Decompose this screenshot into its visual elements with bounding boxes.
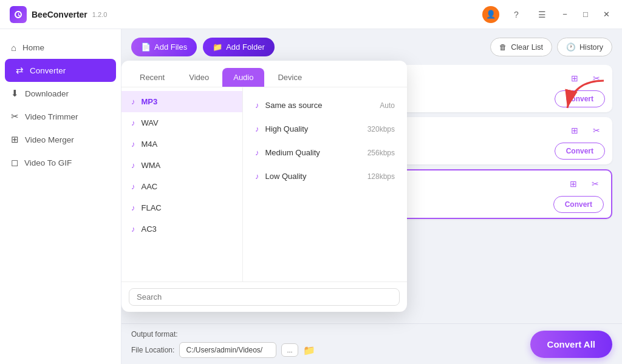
minimize-button[interactable]: − [559, 8, 571, 21]
music-icon: ♪ [255, 101, 259, 110]
content-area: 📄 Add Files 📁 Add Folder 🗑 Clear List 🕐 … [121, 29, 622, 364]
titlebar-left: BeeConverter 1.2.0 [10, 6, 107, 23]
search-input[interactable] [129, 288, 400, 306]
file-action-icons: ⊞ ✂ [566, 122, 605, 139]
format-item-m4a[interactable]: ♪ M4A [121, 133, 242, 155]
clear-list-button[interactable]: 🗑 Clear List [490, 38, 552, 56]
quality-bitrate: 128kbps [367, 172, 395, 181]
music-icon: ♪ [131, 182, 135, 191]
sidebar-item-video-trimmer[interactable]: ✂ Video Trimmer [0, 105, 121, 128]
format-label: M4A [142, 140, 158, 149]
toolbar: 📄 Add Files 📁 Add Folder 🗑 Clear List 🕐 … [121, 29, 622, 65]
settings-icon[interactable]: ⊞ [566, 70, 583, 87]
quality-label: High Quality [265, 124, 361, 133]
app-logo [10, 6, 27, 23]
format-list: ♪ MP3 ♪ WAV ♪ M4A ♪ WMA [121, 87, 243, 281]
quality-same[interactable]: ♪ Same as source Auto [243, 93, 407, 117]
menu-icon[interactable]: ☰ [533, 6, 550, 23]
quality-low[interactable]: ♪ Low Quality 128kbps [243, 164, 407, 188]
format-item-aac[interactable]: ♪ AAC [121, 176, 242, 197]
sidebar-item-video-merger[interactable]: ⊞ Video Merger [0, 128, 121, 151]
settings-icon[interactable]: ⊞ [566, 122, 583, 139]
sidebar-label-merger: Video Merger [25, 135, 74, 144]
home-icon: ⌂ [11, 42, 16, 53]
titlebar: BeeConverter 1.2.0 👤 ? ☰ − □ ✕ [0, 0, 622, 29]
format-item-mp3[interactable]: ♪ MP3 [121, 91, 242, 112]
file-location-row: File Location: ... 📁 [131, 342, 315, 358]
format-label: FLAC [142, 203, 162, 212]
add-folder-button[interactable]: 📁 Add Folder [203, 38, 275, 56]
file-location-label: File Location: [131, 346, 174, 354]
clear-list-label: Clear List [511, 43, 543, 52]
toolbar-right: 🗑 Clear List 🕐 History [490, 38, 612, 56]
music-icon: ♪ [131, 161, 135, 170]
quality-medium[interactable]: ♪ Medium Quality 256kbps [243, 141, 407, 164]
sidebar-label-downloader: Downloader [25, 89, 69, 98]
bottom-bar: Output format: File Location: ... 📁 Conv… [121, 323, 622, 364]
add-files-label: Add Files [154, 42, 187, 52]
format-item-flac[interactable]: ♪ FLAC [121, 197, 242, 218]
scissors-icon[interactable]: ✂ [587, 175, 604, 192]
titlebar-right: 👤 ? ☰ − □ ✕ [482, 6, 612, 23]
more-button[interactable]: ... [281, 343, 298, 357]
sidebar-label-gif: Video To GIF [24, 158, 72, 167]
format-label: AC3 [142, 224, 157, 234]
quality-high[interactable]: ♪ High Quality 320kbps [243, 117, 407, 141]
scissors-icon[interactable]: ✂ [588, 70, 605, 87]
sidebar-item-converter[interactable]: ⇄ Converter [5, 59, 116, 82]
history-button[interactable]: 🕐 History [557, 38, 612, 56]
maximize-button[interactable]: □ [579, 8, 592, 21]
convert-button[interactable]: Convert [555, 143, 605, 160]
add-files-button[interactable]: 📄 Add Files [131, 38, 197, 56]
output-format-label: Output format: [131, 330, 178, 339]
tab-device[interactable]: Device [267, 68, 313, 87]
toolbar-left: 📄 Add Files 📁 Add Folder [131, 38, 275, 56]
add-files-icon: 📄 [141, 42, 151, 52]
sidebar-label-converter: Converter [30, 66, 66, 75]
sidebar-item-downloader[interactable]: ⬇ Downloader [0, 82, 121, 105]
convert-all-button[interactable]: Convert All [530, 331, 612, 358]
format-label: MP3 [142, 97, 158, 106]
merger-icon: ⊞ [11, 134, 19, 145]
tab-recent[interactable]: Recent [129, 68, 176, 87]
folder-browse-button[interactable]: 📁 [303, 345, 315, 356]
file-path-input[interactable] [179, 342, 276, 358]
music-icon: ♪ [131, 118, 135, 127]
user-icon[interactable]: 👤 [482, 6, 499, 23]
app-version: 1.2.0 [92, 11, 107, 18]
settings-icon[interactable]: ⊞ [565, 175, 582, 192]
format-item-ac3[interactable]: ♪ AC3 [121, 218, 242, 240]
quality-label: Medium Quality [265, 148, 361, 157]
app-name: BeeConverter [32, 10, 87, 19]
format-item-wav[interactable]: ♪ WAV [121, 112, 242, 133]
tab-audio[interactable]: Audio [222, 68, 264, 87]
tab-video[interactable]: Video [178, 68, 220, 87]
close-button[interactable]: ✕ [600, 8, 612, 21]
scissors-icon[interactable]: ✂ [588, 122, 605, 139]
format-tabs: Recent Video Audio Device [121, 61, 407, 87]
format-label: AAC [142, 182, 158, 191]
file-actions: ⊞ ✂ Convert [555, 122, 605, 160]
sidebar: ⌂ Home ⇄ Converter ⬇ Downloader ✂ Video … [0, 29, 121, 364]
bottom-left: Output format: File Location: ... 📁 [131, 330, 315, 358]
help-icon[interactable]: ? [508, 6, 525, 23]
format-label: WMA [142, 161, 161, 170]
trash-icon: 🗑 [499, 43, 507, 52]
output-format-row: Output format: [131, 330, 315, 339]
convert-button[interactable]: Convert [555, 90, 605, 107]
music-icon: ♪ [131, 140, 135, 149]
format-item-wma[interactable]: ♪ WMA [121, 155, 242, 176]
file-action-icons: ⊞ ✂ [566, 70, 605, 87]
format-body: ♪ MP3 ♪ WAV ♪ M4A ♪ WMA [121, 87, 407, 281]
add-folder-icon: 📁 [213, 42, 222, 52]
file-action-icons: ⊞ ✂ [565, 175, 604, 192]
convert-button[interactable]: Convert [553, 196, 604, 213]
quality-label: Low Quality [265, 172, 361, 181]
trimmer-icon: ✂ [11, 111, 19, 122]
sidebar-item-home[interactable]: ⌂ Home [0, 36, 121, 59]
quality-bitrate: 320kbps [367, 125, 395, 133]
sidebar-label-trimmer: Video Trimmer [25, 112, 78, 121]
music-icon: ♪ [131, 224, 135, 234]
sidebar-item-video-to-gif[interactable]: ◻ Video To GIF [0, 151, 121, 174]
gif-icon: ◻ [11, 157, 18, 168]
